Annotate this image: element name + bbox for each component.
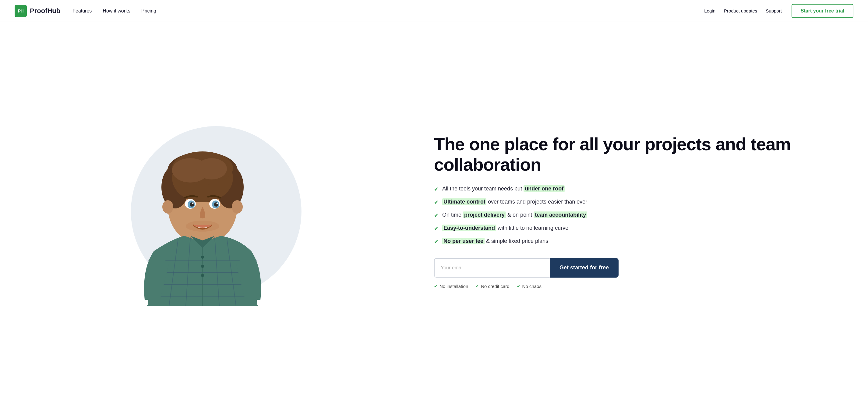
hero-title: The one place for all your projects and …	[434, 134, 844, 175]
hero-image-side	[0, 117, 405, 306]
highlight-4: Easy-to-understand	[442, 225, 496, 231]
check-icon-3: ✔	[434, 211, 439, 220]
nav-pricing[interactable]: Pricing	[141, 8, 156, 14]
highlight-3b: team accountability	[534, 211, 587, 218]
svg-point-31	[201, 265, 204, 268]
logo-icon: PH	[14, 5, 27, 17]
svg-point-32	[201, 274, 204, 277]
feature-text-3: On time project delivery & on point team…	[442, 211, 587, 219]
check-icon-4: ✔	[434, 225, 439, 233]
nav-product-updates[interactable]: Product updates	[724, 8, 757, 13]
hero-section: The one place for all your projects and …	[0, 22, 868, 401]
trust-item-chaos: ✔ No chaos	[517, 284, 541, 289]
nav-features[interactable]: Features	[72, 8, 92, 14]
svg-point-9	[196, 158, 227, 179]
primary-nav: Features How it works Pricing	[72, 8, 156, 14]
cta-row: Get started for free	[434, 258, 844, 278]
list-item: ✔ All the tools your team needs put unde…	[434, 185, 844, 194]
svg-point-20	[186, 221, 219, 232]
check-icon-1: ✔	[434, 185, 439, 194]
list-item: ✔ No per user fee & simple fixed price p…	[434, 237, 844, 246]
feature-text-1: All the tools your team needs put under …	[442, 185, 565, 193]
start-trial-button[interactable]: Start your free trial	[792, 4, 854, 18]
nav-how-it-works[interactable]: How it works	[103, 8, 130, 14]
trust-check-1: ✔	[434, 284, 438, 289]
trust-label-3: No chaos	[522, 284, 541, 289]
hero-person-image	[129, 117, 276, 306]
trust-label-1: No installation	[439, 284, 468, 289]
highlight-3a: project delivery	[463, 211, 506, 218]
highlight-1: under one roof	[524, 185, 565, 192]
list-item: ✔ Ultimate control over teams and projec…	[434, 198, 844, 207]
list-item: ✔ On time project delivery & on point te…	[434, 211, 844, 220]
svg-point-10	[162, 200, 173, 213]
feature-text-4: Easy-to-understand with little to no lea…	[442, 224, 568, 232]
highlight-5: No per user fee	[442, 238, 485, 245]
trust-check-3: ✔	[517, 284, 521, 289]
trust-check-2: ✔	[475, 284, 479, 289]
get-started-button[interactable]: Get started for free	[550, 258, 619, 278]
email-input[interactable]	[434, 258, 550, 278]
trust-row: ✔ No installation ✔ No credit card ✔ No …	[434, 284, 844, 289]
trust-item-installation: ✔ No installation	[434, 284, 468, 289]
feature-text-5: No per user fee & simple fixed price pla…	[442, 237, 548, 245]
nav-login[interactable]: Login	[704, 8, 715, 13]
list-item: ✔ Easy-to-understand with little to no l…	[434, 224, 844, 233]
svg-point-11	[232, 200, 243, 213]
svg-point-30	[201, 256, 204, 259]
svg-point-18	[192, 203, 193, 204]
logo[interactable]: PH ProofHub	[14, 5, 60, 17]
nav-support[interactable]: Support	[766, 8, 782, 13]
check-icon-5: ✔	[434, 238, 439, 246]
logo-text: ProofHub	[30, 7, 60, 15]
hero-content: The one place for all your projects and …	[422, 134, 844, 289]
feature-text-2: Ultimate control over teams and projects…	[442, 198, 587, 206]
feature-list: ✔ All the tools your team needs put unde…	[434, 185, 844, 246]
trust-label-2: No credit card	[481, 284, 509, 289]
trust-item-credit-card: ✔ No credit card	[475, 284, 509, 289]
secondary-nav: Login Product updates Support	[704, 8, 782, 13]
navbar-right: Login Product updates Support Start your…	[704, 4, 854, 18]
check-icon-2: ✔	[434, 198, 439, 207]
navbar: PH ProofHub Features How it works Pricin…	[0, 0, 868, 22]
svg-point-19	[216, 203, 218, 204]
highlight-2: Ultimate control	[442, 198, 486, 205]
navbar-left: PH ProofHub Features How it works Pricin…	[14, 5, 156, 17]
